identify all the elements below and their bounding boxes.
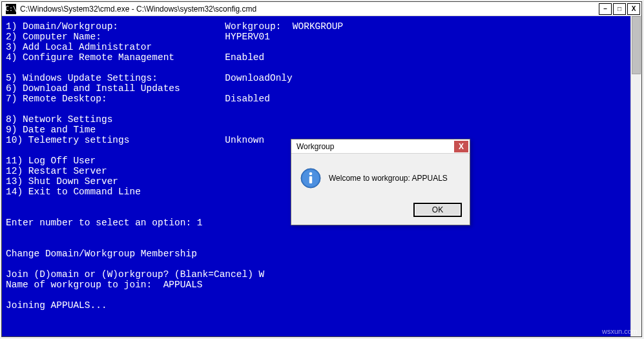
line: 6) Download and Install Updates [6,83,180,94]
scrollbar-thumb[interactable] [632,16,641,74]
cmd-icon: C:\ [6,4,16,14]
minimize-button[interactable]: – [599,3,612,15]
line: 4) Configure Remote Management Enabled [6,52,264,63]
line: Joining APPUALS... [6,300,107,311]
maximize-button[interactable]: □ [613,3,626,15]
line: 14) Exit to Command Line [6,187,141,197]
dialog-footer: OK [291,199,470,225]
vertical-scrollbar[interactable] [630,16,641,336]
line: 10) Telemetry settings Unknown [6,135,264,145]
line: Enter number to select an option: 1 [6,218,203,228]
window-title: C:\Windows\System32\cmd.exe - C:\Windows… [19,5,599,14]
dialog-close-button[interactable]: X [454,141,468,152]
line: 3) Add Local Administrator [6,42,152,52]
svg-rect-3 [309,176,312,183]
workgroup-dialog: Workgroup X Welcome to workgroup: APPUAL… [291,139,470,225]
dialog-title: Workgroup [296,142,454,151]
titlebar[interactable]: C:\ C:\Windows\System32\cmd.exe - C:\Win… [2,2,641,16]
close-button[interactable]: X [627,3,640,15]
line: 9) Date and Time [6,125,96,135]
line: 11) Log Off User [6,156,96,166]
dialog-body: Welcome to workgroup: APPUALS [291,154,470,199]
svg-point-2 [309,172,313,176]
dialog-titlebar[interactable]: Workgroup X [291,139,470,154]
line: 5) Windows Update Settings: DownloadOnly [6,73,293,83]
window-controls: – □ X [599,3,640,15]
line: 7) Remote Desktop: Disabled [6,94,270,104]
line: 12) Restart Server [6,166,107,176]
dialog-message: Welcome to workgroup: APPUALS [329,174,448,183]
line: 2) Computer Name: HYPERV01 [6,32,270,42]
line: Name of workgroup to join: APPUALS [6,280,203,290]
info-icon [300,168,321,189]
ok-button[interactable]: OK [413,203,462,217]
line: 1) Domain/Workgroup: Workgroup: WORKGROU… [6,21,343,32]
line: Join (D)omain or (W)orkgroup? (Blank=Can… [6,269,264,280]
line: Change Domain/Workgroup Membership [6,249,197,259]
line: 8) Network Settings [6,114,112,125]
watermark: wsxun.com [602,327,638,335]
line: 13) Shut Down Server [6,176,118,187]
